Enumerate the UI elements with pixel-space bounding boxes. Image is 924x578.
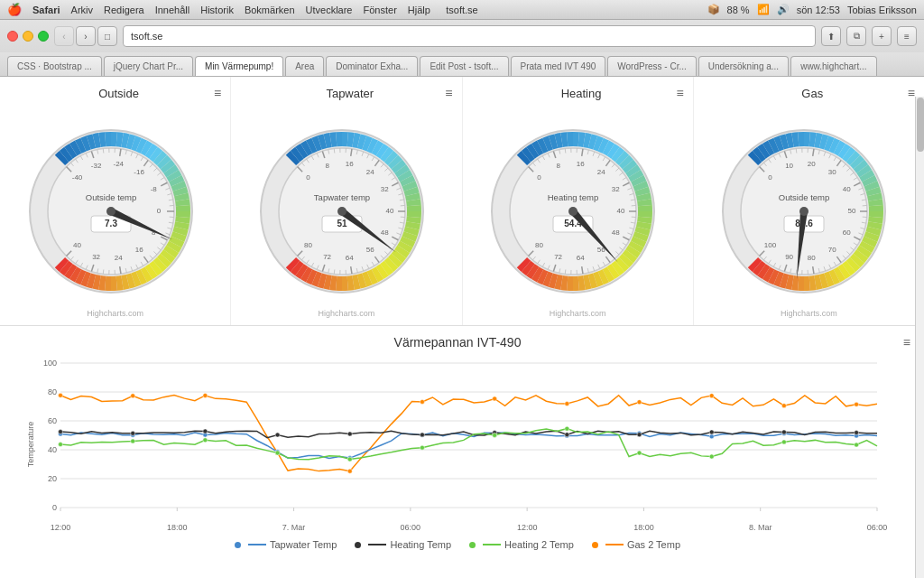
- browser-tab[interactable]: Area: [285, 56, 324, 76]
- svg-point-350: [420, 445, 424, 450]
- gauge-menu-button[interactable]: ≡: [214, 86, 221, 100]
- gauge-header: Tapwater≡: [236, 86, 457, 107]
- sound-icon: 🔊: [777, 4, 790, 15]
- gauge-menu-button[interactable]: ≡: [908, 86, 915, 100]
- svg-point-347: [203, 438, 208, 443]
- window-title: tsoft.se: [446, 5, 477, 15]
- chart-menu-button[interactable]: ≡: [903, 335, 910, 350]
- scrollbar-thumb[interactable]: [917, 98, 924, 152]
- maximize-button[interactable]: [38, 31, 49, 42]
- menu-safari[interactable]: Safari: [32, 5, 60, 15]
- minimize-button[interactable]: [23, 31, 33, 42]
- svg-point-317: [637, 400, 642, 405]
- gauges-section: Outside≡-40-32-24-16-80816243240Outside …: [0, 77, 924, 326]
- menu-hjalp[interactable]: Hjälp: [408, 5, 430, 15]
- svg-text:8. Mar: 8. Mar: [749, 523, 772, 532]
- svg-text:0: 0: [537, 173, 541, 182]
- back-button[interactable]: ‹: [54, 26, 74, 46]
- apple-menu[interactable]: 🍎: [7, 3, 22, 16]
- menu-redigera[interactable]: Redigera: [104, 5, 144, 15]
- svg-text:60: 60: [843, 228, 851, 237]
- svg-text:70: 70: [828, 246, 836, 254]
- gauge-title: Tapwater: [254, 87, 445, 100]
- address-bar[interactable]: tsoft.se: [123, 25, 816, 47]
- svg-point-279: [799, 207, 808, 216]
- menu-innehall[interactable]: Innehåll: [155, 5, 190, 15]
- browser-tab[interactable]: Min Värmepump!: [195, 56, 283, 76]
- svg-text:100: 100: [43, 359, 57, 368]
- svg-text:-24: -24: [113, 160, 124, 168]
- browser-tab[interactable]: Edit Post - tsoft...: [420, 56, 508, 76]
- browser-tab[interactable]: jQuery Chart Pr...: [104, 56, 193, 76]
- tab-overview-icon[interactable]: ⧉: [846, 26, 866, 46]
- menu-arkiv[interactable]: Arkiv: [71, 5, 93, 15]
- svg-point-348: [275, 451, 280, 455]
- svg-text:8: 8: [557, 162, 561, 170]
- highcharts-credit: Highcharts.com: [319, 306, 375, 321]
- browser-tab[interactable]: Undersökning a...: [698, 56, 789, 76]
- gauge-svg-container: 08162432404856647280Tapwater temp51: [247, 107, 446, 306]
- menu-historik[interactable]: Historik: [200, 5, 234, 15]
- chart-area: 020406080100Temperature12:0018:007. Mar0…: [5, 354, 910, 535]
- svg-point-311: [203, 393, 208, 397]
- svg-text:32: 32: [92, 253, 100, 261]
- browser-tab[interactable]: www.highchart...: [790, 56, 876, 76]
- svg-text:32: 32: [612, 185, 620, 193]
- svg-text:48: 48: [381, 228, 389, 237]
- svg-point-313: [347, 469, 352, 473]
- svg-text:32: 32: [381, 185, 389, 193]
- browser-tab[interactable]: Prata med IVT 490: [511, 56, 606, 76]
- forward-button[interactable]: ›: [76, 26, 96, 46]
- svg-text:56: 56: [366, 246, 374, 254]
- url-text: tsoft.se: [131, 31, 162, 42]
- svg-text:80: 80: [535, 241, 543, 249]
- svg-point-341: [637, 433, 642, 437]
- svg-text:40: 40: [843, 185, 851, 193]
- svg-point-346: [131, 439, 135, 443]
- new-tab-icon[interactable]: +: [872, 26, 892, 46]
- gauge-panel-0: Outside≡-40-32-24-16-80816243240Outside …: [0, 77, 231, 325]
- svg-text:72: 72: [323, 253, 331, 261]
- gauge-menu-button[interactable]: ≡: [445, 86, 452, 100]
- chart-legend: Tapwater TempHeating TempHeating 2 TempG…: [5, 535, 910, 555]
- menu-utvecklare[interactable]: Utvecklare: [306, 5, 353, 15]
- gauge-title: Outside: [23, 87, 214, 100]
- gauge-menu-button[interactable]: ≡: [677, 86, 684, 100]
- browser-tabs: CSS · Bootstrap ...jQuery Chart Pr...Min…: [0, 52, 924, 76]
- highcharts-credit: Highcharts.com: [781, 306, 837, 321]
- browser-tab[interactable]: Dominator Exha...: [326, 56, 418, 76]
- svg-text:60: 60: [48, 416, 57, 425]
- svg-point-316: [565, 402, 569, 406]
- svg-text:80: 80: [808, 254, 816, 262]
- legend-item: Heating 2 Temp: [469, 539, 574, 550]
- share-icon[interactable]: ⬆: [821, 26, 841, 46]
- gauge-title: Gas: [717, 87, 908, 100]
- legend-label: Heating 2 Temp: [504, 539, 574, 550]
- legend-label: Heating Temp: [390, 539, 451, 550]
- scrollbar[interactable]: [915, 97, 924, 578]
- svg-point-353: [637, 451, 642, 455]
- svg-text:Outside temp: Outside temp: [85, 192, 136, 202]
- square-button[interactable]: □: [97, 26, 117, 46]
- highcharts-credit: Highcharts.com: [550, 306, 606, 321]
- svg-text:51: 51: [337, 219, 347, 228]
- svg-point-337: [347, 432, 352, 436]
- svg-point-345: [59, 443, 63, 447]
- svg-text:50: 50: [848, 207, 856, 215]
- svg-text:0: 0: [156, 207, 161, 215]
- svg-text:0: 0: [52, 503, 57, 512]
- browser-tab[interactable]: CSS · Bootstrap ...: [7, 56, 102, 76]
- menu-fonster[interactable]: Fönster: [364, 5, 397, 15]
- svg-point-334: [131, 431, 135, 435]
- menubar: 🍎 Safari Arkiv Redigera Innehåll Histori…: [0, 0, 924, 20]
- menu-bokmarken[interactable]: Bokmärken: [245, 5, 295, 15]
- close-button[interactable]: [7, 31, 18, 42]
- svg-text:-8: -8: [150, 185, 157, 193]
- gauge-title: Heating: [486, 87, 677, 100]
- svg-text:12:00: 12:00: [51, 523, 71, 532]
- svg-point-310: [131, 394, 135, 398]
- legend-label: Tapwater Temp: [270, 539, 337, 550]
- svg-text:64: 64: [346, 254, 354, 262]
- browser-tab[interactable]: WordPress - Cr...: [607, 56, 697, 76]
- sidebar-icon[interactable]: ≡: [897, 26, 917, 46]
